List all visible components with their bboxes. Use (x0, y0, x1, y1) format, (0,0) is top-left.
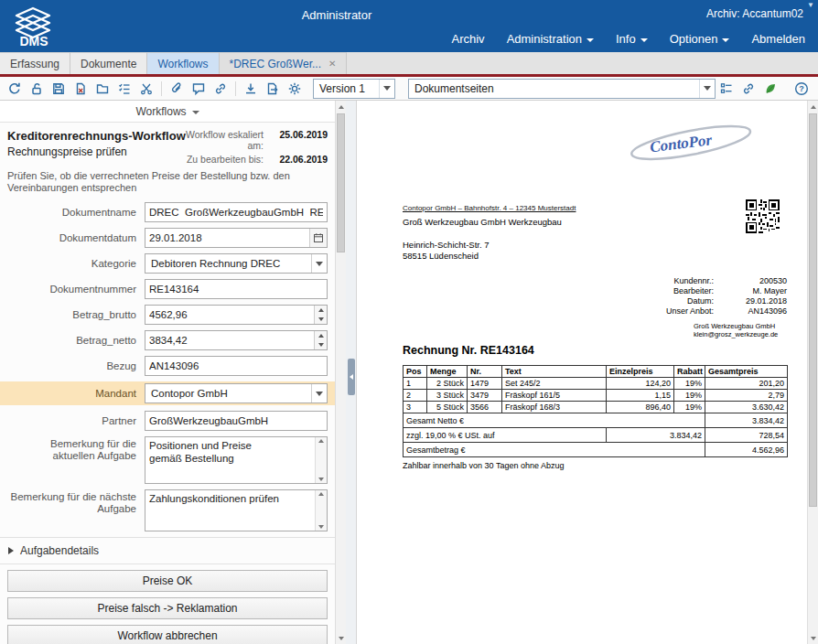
mandant-select[interactable]: Contopor GmbH (145, 383, 328, 403)
tab-document-label: *DREC GroßWer... (230, 58, 321, 70)
scroll-up-button[interactable] (336, 101, 346, 113)
bezug-input[interactable] (145, 356, 328, 376)
dokumentnummer-input[interactable] (145, 279, 328, 299)
workflows-panel-selector[interactable]: Workflows (0, 101, 335, 123)
scroll-up-icon (318, 439, 324, 443)
comment-icon (191, 81, 206, 96)
menu-optionen[interactable]: Optionen (670, 32, 730, 46)
export-pdf-icon (265, 81, 280, 96)
link-button[interactable] (210, 79, 231, 99)
settings-button[interactable] (284, 79, 306, 99)
splitter-grip[interactable] (348, 359, 355, 395)
toolbar-separator (161, 81, 162, 96)
task-details-expander[interactable]: Aufgabendetails (0, 537, 335, 564)
summary-mid-value: 3.834,42 (607, 428, 705, 443)
dokumentname-input[interactable] (145, 202, 328, 222)
workflow-title: Kreditorenrechnungs-Workflow (7, 129, 176, 143)
cell: 19% (674, 378, 705, 390)
field-row-mandant: Mandant Contopor GmbH (0, 381, 335, 405)
panel-splitter[interactable] (346, 101, 357, 644)
anbot-label: Unser Anbot: (640, 306, 714, 317)
invoice-title: Rechnung Nr. RE143164 (403, 344, 534, 357)
tab-dokumente[interactable]: Dokumente (70, 52, 147, 74)
kategorie-select[interactable]: Debitoren Rechnung DREC (145, 253, 328, 274)
textarea-scrollbar[interactable] (315, 490, 327, 531)
summary-label: zzgl. 19,00 % € USt. auf (404, 428, 607, 443)
summary-label: Gesamt Netto € (404, 413, 705, 428)
cell: 3566 (468, 402, 502, 413)
document-scrollbar[interactable] (807, 101, 818, 644)
download-button[interactable] (240, 79, 262, 99)
spin-up-icon (318, 308, 324, 312)
help-button[interactable]: ? (791, 79, 813, 99)
chevron-down-icon (699, 80, 715, 98)
scroll-up-button[interactable] (808, 101, 818, 113)
chevron-down-icon (640, 38, 648, 42)
tab-erfassung[interactable]: Erfassung (0, 52, 70, 74)
recipient-name: Groß Werkzeugbau GmbH Werkzeugbau (403, 217, 562, 227)
checklist-button[interactable] (113, 79, 135, 99)
preise-falsch-button[interactable]: Preise falsch -> Reklamation (7, 597, 328, 619)
cell: 1479 (468, 378, 502, 390)
collapse-arrow-icon[interactable]: ▼ (807, 1, 814, 9)
save-button[interactable] (48, 79, 70, 99)
menu-abmelden[interactable]: Abmelden (751, 32, 805, 46)
delete-button[interactable] (70, 79, 91, 99)
field-row-bemerkung-naechste: Bemerkung für die nächste Aufgabe Zahlun… (0, 489, 335, 531)
scissors-button[interactable] (135, 79, 157, 99)
cell: 2,79 (705, 390, 788, 402)
menu-info[interactable]: Info (616, 32, 648, 46)
help-icon: ? (794, 81, 809, 96)
main-menu: Archiv Administration Info Optionen Abme… (452, 32, 806, 46)
field-row-partner: Partner (0, 411, 335, 431)
panel-scrollbar[interactable] (335, 101, 346, 644)
calendar-button[interactable] (309, 229, 327, 247)
spin-up-icon (318, 334, 324, 338)
eco-button[interactable] (759, 79, 781, 99)
comment-button[interactable] (188, 79, 210, 99)
field-row-kategorie: Kategorie Debitoren Rechnung DREC (0, 253, 335, 274)
spin-down-button[interactable] (315, 340, 327, 349)
unlock-button[interactable] (26, 79, 48, 99)
textarea-scrollbar[interactable] (315, 437, 327, 483)
dokumentdatum-input[interactable] (145, 228, 328, 248)
page-list-button[interactable] (716, 79, 737, 99)
folder-button[interactable] (91, 79, 113, 99)
bemerkung-naechste-textarea[interactable]: Zahlungskonditionen prüfen (145, 489, 328, 531)
betrag-netto-input[interactable] (145, 330, 328, 350)
export-pdf-button[interactable] (262, 79, 284, 99)
refresh-button[interactable] (4, 79, 26, 99)
recipient-city: 58515 Lüdenscheid (403, 251, 479, 261)
scrollbar-thumb[interactable] (337, 113, 345, 252)
spin-up-button[interactable] (315, 331, 327, 340)
menu-administration[interactable]: Administration (507, 32, 594, 46)
bemerkung-aktuell-textarea[interactable]: Positionen und Preise gemäß Bestellung (145, 436, 328, 484)
cell: 3.630,42 (705, 402, 788, 413)
col-rabatt: Rabatt (674, 366, 705, 378)
calendar-icon (313, 232, 324, 243)
cell: 19% (674, 390, 705, 402)
attachment-button[interactable] (166, 79, 188, 99)
spin-down-button[interactable] (315, 315, 327, 324)
delete-icon (73, 81, 88, 96)
bemerkung-naechste-label: Bemerkung für die nächste Aufgabe (7, 491, 145, 515)
hyperlink-button[interactable] (737, 79, 759, 99)
document-pages-select[interactable]: Dokumentseiten (408, 79, 716, 99)
partner-input[interactable] (145, 411, 328, 431)
preise-ok-button[interactable]: Preise OK (7, 570, 328, 592)
scroll-down-button[interactable] (808, 632, 818, 644)
betrag-brutto-input[interactable] (145, 305, 328, 325)
chevron-down-icon (311, 384, 327, 402)
spin-up-button[interactable] (315, 306, 327, 315)
tab-document-drec[interactable]: *DREC GroßWer... ✕ (220, 52, 348, 74)
workflow-abbrechen-button[interactable]: Workflow abbrechen (7, 625, 328, 644)
menu-archiv[interactable]: Archiv (452, 32, 485, 46)
cell: 1,15 (607, 390, 674, 402)
version-select[interactable]: Version 1 (313, 79, 395, 99)
scrollbar-thumb[interactable] (809, 113, 817, 507)
checklist-icon (117, 81, 132, 96)
scroll-down-button[interactable] (336, 632, 346, 644)
tab-workflows[interactable]: Workflows (147, 52, 219, 74)
close-icon[interactable]: ✕ (328, 59, 336, 69)
menu-abmelden-label: Abmelden (751, 32, 805, 46)
